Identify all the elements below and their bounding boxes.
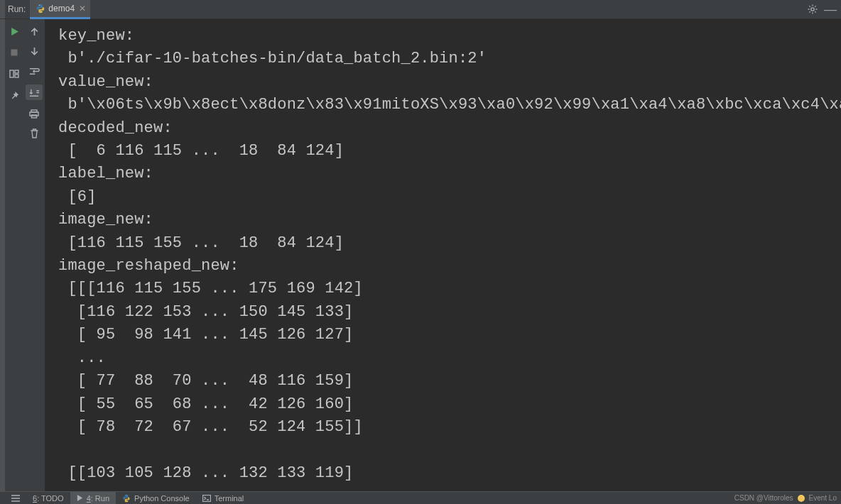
left-gutter-primary: [5, 19, 23, 491]
event-log-indicator-icon[interactable]: [798, 495, 805, 502]
svg-rect-3: [11, 50, 18, 56]
play-icon[interactable]: [8, 25, 21, 38]
close-tab-icon[interactable]: ✕: [77, 4, 86, 13]
run-config-tab[interactable]: demo4 ✕: [30, 0, 90, 19]
hide-icon[interactable]: —: [824, 6, 841, 13]
event-log-label[interactable]: Event Lo: [809, 494, 837, 502]
run-tab[interactable]: 4: Run: [70, 492, 116, 504]
svg-rect-4: [10, 70, 13, 77]
trash-icon[interactable]: [28, 127, 40, 140]
svg-point-0: [39, 4, 40, 5]
scroll-to-end-icon[interactable]: [26, 84, 43, 100]
tab-label: demo4: [48, 4, 75, 13]
terminal-tab[interactable]: Terminal: [196, 492, 251, 504]
console-text: key_new: b'./cifar-10-batches-bin/data_b…: [58, 25, 841, 485]
console-output[interactable]: key_new: b'./cifar-10-batches-bin/data_b…: [45, 19, 841, 491]
svg-rect-6: [15, 75, 18, 77]
svg-rect-9: [32, 115, 37, 118]
run-toolwindow-header: Run: demo4 ✕ —: [0, 0, 841, 19]
soft-wrap-icon[interactable]: [28, 65, 40, 77]
svg-point-2: [811, 8, 814, 11]
gear-icon[interactable]: [807, 4, 824, 15]
status-right: CSDN @Vittoroles Event Lo: [734, 494, 841, 502]
statusbar-overflow-icon[interactable]: [5, 492, 26, 504]
left-edge-strip: [0, 19, 5, 491]
print-icon[interactable]: [28, 107, 40, 120]
pin-icon[interactable]: [8, 89, 21, 102]
main-area: key_new: b'./cifar-10-batches-bin/data_b…: [0, 19, 841, 491]
layout-icon[interactable]: [8, 67, 21, 80]
watermark-text: CSDN @Vittoroles: [734, 494, 793, 502]
stop-icon[interactable]: [8, 46, 21, 59]
left-gutter-secondary: [23, 19, 45, 491]
arrow-down-icon[interactable]: [28, 45, 40, 57]
svg-rect-10: [202, 495, 210, 501]
todo-tab[interactable]: 6: TODO: [26, 492, 70, 504]
svg-rect-5: [15, 70, 18, 73]
python-file-icon: [36, 4, 45, 13]
left-strip: [0, 0, 5, 18]
status-bar: 6: TODO 4: Run Python Console Terminal C…: [0, 491, 841, 504]
svg-point-1: [42, 11, 43, 12]
python-console-tab[interactable]: Python Console: [116, 492, 196, 504]
run-label: Run:: [5, 4, 30, 14]
arrow-up-icon[interactable]: [28, 25, 40, 38]
